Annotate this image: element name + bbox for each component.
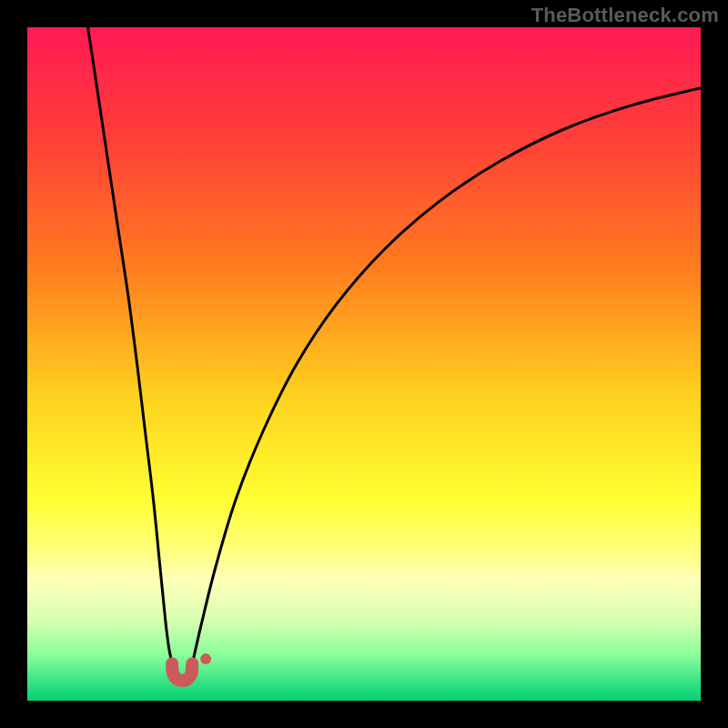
bottleneck-chart [27, 27, 701, 701]
side-dot-marker [200, 653, 211, 664]
attribution-text: TheBottleneck.com [531, 4, 719, 27]
gradient-rect [27, 27, 701, 701]
